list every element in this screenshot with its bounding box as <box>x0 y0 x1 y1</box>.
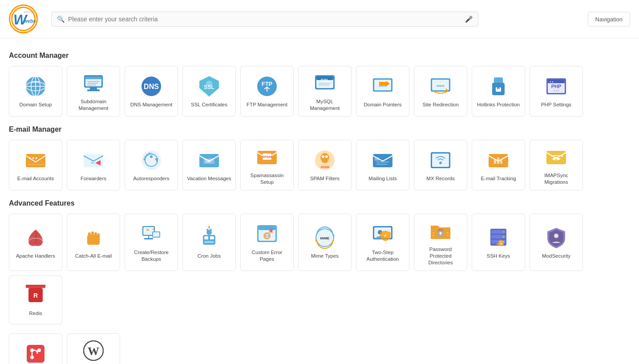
vacation-messages-icon <box>198 149 221 172</box>
svg-text:• • •: • • • <box>554 89 559 92</box>
svg-point-154 <box>30 356 34 359</box>
svg-text:webserver: webserver <box>24 18 38 24</box>
card-email-tracking[interactable]: E-mail Tracking <box>472 140 525 190</box>
two-step-authentication-icon: ✓ <box>371 222 394 246</box>
domain-setup-icon: www <box>24 75 47 98</box>
svg-text:404: 404 <box>265 235 270 237</box>
git-icon <box>24 342 47 364</box>
card-ftp-management[interactable]: FTP FTP Management <box>240 66 294 117</box>
card-mysql-management[interactable]: SQL MySQL Management <box>298 66 352 117</box>
account-manager-grid: www Domain Setup Subdomain Management <box>9 66 630 117</box>
card-autoresponders[interactable]: Autoresponders <box>125 140 178 190</box>
card-ssl-certificates[interactable]: SSL SSL Certificates <box>182 66 236 117</box>
card-forwarders[interactable]: Forwarders <box>67 140 120 190</box>
svg-point-132 <box>447 235 449 236</box>
card-spam-filters[interactable]: SPAM SPAM Filters <box>298 140 352 190</box>
card-hotlinks-protection[interactable]: Hotlinks Protection <box>472 66 525 117</box>
card-spamassassin-setup[interactable]: SPAM Spamassassin Setup <box>240 140 294 190</box>
card-git[interactable]: Git <box>9 333 62 364</box>
password-protected-directories-label: Password Protected Directories <box>418 246 463 266</box>
cron-jobs-label: Cron Jobs <box>198 253 221 259</box>
mime-types-icon: MIME <box>313 226 336 249</box>
svg-point-142 <box>503 236 505 238</box>
svg-rect-91 <box>97 233 100 238</box>
svg-point-143 <box>503 241 505 243</box>
svg-rect-151 <box>27 345 44 363</box>
modsecurity-label: ModSecurity <box>542 253 570 259</box>
card-apache-handlers[interactable]: Apache Handlers <box>9 214 62 271</box>
card-mx-records[interactable]: MX Records <box>414 140 467 190</box>
search-input[interactable] <box>68 16 465 23</box>
apache-handlers-label: Apache Handlers <box>16 253 55 259</box>
card-vacation-messages[interactable]: Vacation Messages <box>182 140 236 190</box>
svg-rect-101 <box>210 236 214 239</box>
svg-rect-88 <box>88 232 91 238</box>
spam-filters-label: SPAM Filters <box>310 175 340 182</box>
svg-point-129 <box>433 232 434 233</box>
svg-rect-139 <box>498 242 504 243</box>
logo-area: W website webserver <box>9 4 38 33</box>
header: W website webserver 🔍 🎤 Navigation <box>0 0 639 38</box>
svg-rect-89 <box>91 231 94 238</box>
card-site-redirection[interactable]: www Site Redirection <box>414 66 467 117</box>
logo-icon: W website webserver <box>11 7 36 31</box>
svg-rect-150 <box>26 285 45 288</box>
domain-pointers-icon: www <box>371 75 394 98</box>
ftp-management-label: FTP Management <box>247 101 287 108</box>
svg-text:website: website <box>23 10 37 13</box>
svg-text:W: W <box>88 345 99 358</box>
card-imapsync-migrations[interactable]: IMAPSync Migrations <box>530 140 583 190</box>
card-wordpress-manager[interactable]: W Wordpress Manager <box>67 333 120 364</box>
card-domain-setup[interactable]: www Domain Setup <box>9 66 62 117</box>
email-accounts-label: E-mail Accounts <box>17 175 54 182</box>
svg-rect-97 <box>153 232 159 237</box>
two-step-authentication-label: Two-Step Authentication <box>360 249 405 263</box>
forwarders-label: Forwarders <box>81 175 106 182</box>
svg-text:✓: ✓ <box>384 233 387 238</box>
card-two-step-authentication[interactable]: ✓ Two-Step Authentication <box>356 214 409 271</box>
card-domain-pointers[interactable]: www Domain Pointers <box>356 66 409 117</box>
card-catch-all-email[interactable]: Catch-All E-mail <box>67 214 120 271</box>
ssh-keys-label: SSH Keys <box>487 253 510 259</box>
svg-rect-81 <box>494 159 496 164</box>
svg-point-59 <box>150 155 153 158</box>
email-tracking-label: E-mail Tracking <box>481 175 516 182</box>
card-create-restore-backups[interactable]: Create/Restore Backups <box>125 214 178 271</box>
svg-rect-83 <box>500 160 502 164</box>
mime-types-label: Mime Types <box>311 253 339 259</box>
email-tracking-icon <box>487 149 510 172</box>
svg-point-141 <box>503 231 505 233</box>
svg-point-130 <box>433 235 434 236</box>
card-password-protected-directories[interactable]: Password Protected Directories <box>414 214 467 271</box>
navigation-button[interactable]: Navigation <box>588 12 630 26</box>
svg-text:DNS: DNS <box>144 83 159 90</box>
card-mime-types[interactable]: MIME Mime Types <box>298 214 352 271</box>
card-dns-management[interactable]: DNS DNS Management <box>125 66 178 117</box>
mysql-management-icon: SQL <box>313 72 336 95</box>
site-redirection-label: Site Redirection <box>422 101 458 108</box>
card-redis[interactable]: R Redis <box>9 275 62 324</box>
svg-rect-35 <box>379 82 386 85</box>
svg-rect-90 <box>94 232 97 238</box>
svg-point-107 <box>208 226 210 228</box>
spamassassin-setup-label: Spamassassin Setup <box>244 172 290 186</box>
logo-circle: W website webserver <box>9 4 38 33</box>
mic-icon: 🎤 <box>465 16 473 23</box>
spam-filters-icon: SPAM <box>313 149 336 172</box>
card-ssh-keys[interactable]: SSH Keys <box>472 214 525 271</box>
password-protected-directories-icon <box>429 219 452 243</box>
card-cron-jobs[interactable]: Cron Jobs <box>182 214 236 271</box>
cron-jobs-icon <box>198 226 221 249</box>
card-modsecurity[interactable]: ModSecurity <box>530 214 583 271</box>
card-subdomain-management[interactable]: Subdomain Management <box>67 66 120 117</box>
svg-point-152 <box>30 348 34 352</box>
card-php-settings[interactable]: PHP • • • PHP Settings <box>530 66 583 117</box>
card-custom-error-pages[interactable]: 404 Custom Error Pages <box>240 214 294 271</box>
card-mailing-lists[interactable]: Mailing Lists <box>356 140 409 190</box>
card-email-accounts[interactable]: ★★★ E-mail Accounts <box>9 140 62 190</box>
ssl-certificates-label: SSL Certificates <box>191 101 227 108</box>
hotlinks-protection-icon <box>487 75 510 98</box>
redis-icon: R <box>24 283 47 307</box>
main-content: Account Manager www Domain Setup <box>0 38 639 364</box>
vacation-messages-label: Vacation Messages <box>187 175 231 182</box>
